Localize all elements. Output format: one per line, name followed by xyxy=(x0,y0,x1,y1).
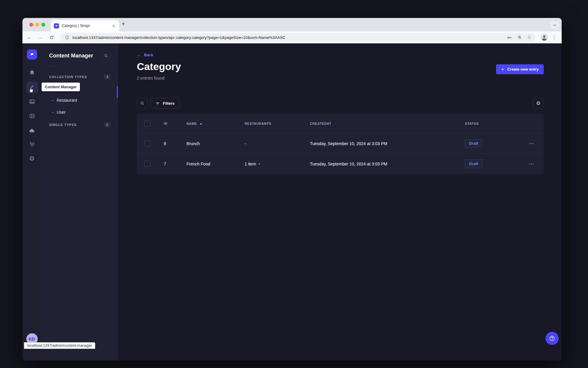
cell-restaurants[interactable]: 1 item ▾ xyxy=(245,162,310,166)
search-icon xyxy=(140,101,145,106)
subnav-divider xyxy=(49,66,56,66)
tab-search-button[interactable] xyxy=(551,21,559,29)
row-checkbox[interactable] xyxy=(144,161,151,167)
window-close-button[interactable] xyxy=(29,23,33,27)
cell-name: French Food xyxy=(187,162,245,166)
create-new-entry-label: Create new entry xyxy=(507,67,539,72)
sidebar-item-restaurant[interactable]: • Restaurant xyxy=(49,94,110,106)
cell-id: 7 xyxy=(164,162,187,166)
column-header-name[interactable]: NAME ▲ xyxy=(187,122,245,125)
browser-tab[interactable]: Category | Strapi × xyxy=(51,20,119,31)
back-label: Back xyxy=(144,53,153,57)
status-bar-url: localhost:1337/admin/content-manager xyxy=(24,342,95,349)
subnav-search-button[interactable] xyxy=(101,51,110,60)
create-new-entry-button[interactable]: + Create new entry xyxy=(496,64,544,74)
cell-id: 8 xyxy=(164,141,187,146)
new-tab-button[interactable]: + xyxy=(122,21,125,28)
sidebar-item-user[interactable]: • User xyxy=(49,106,110,118)
search-button[interactable] xyxy=(137,98,148,109)
chevron-down-icon xyxy=(553,23,557,27)
gear-icon: ⚙ xyxy=(536,100,540,107)
column-header-createdat: CREATEDAT xyxy=(310,122,465,125)
mouse-cursor xyxy=(27,86,35,95)
column-header-name-label: NAME xyxy=(187,122,197,125)
url-text: localhost:1337/admin/content-manager/col… xyxy=(72,35,502,40)
window-minimize-button[interactable] xyxy=(35,23,39,27)
bullet-icon: • xyxy=(52,110,53,115)
caret-down-icon: ▾ xyxy=(258,162,260,165)
password-key-icon[interactable] xyxy=(507,35,512,40)
browser-window: Category | Strapi × + ← → localhost:1337… xyxy=(22,18,562,361)
tab-strip: Category | Strapi × + xyxy=(22,18,562,31)
zoom-icon[interactable] xyxy=(517,35,522,40)
home-icon[interactable] xyxy=(29,69,35,75)
browser-forward-icon[interactable]: → xyxy=(36,31,45,43)
search-icon xyxy=(104,54,108,58)
settings-gear-icon[interactable]: ⚙ xyxy=(29,155,35,162)
page-title: Category xyxy=(137,61,181,72)
cloud-icon[interactable] xyxy=(28,127,35,134)
collection-types-label: COLLECTION TYPES xyxy=(49,75,87,79)
list-controls: Filters ⚙ xyxy=(137,98,544,109)
collection-types-count-badge: 3 xyxy=(104,74,110,79)
sidebar-item-label: Restaurant xyxy=(57,98,77,103)
sidebar-item-label: User xyxy=(57,110,66,115)
cell-restaurants: - xyxy=(245,141,310,146)
help-button[interactable] xyxy=(545,332,559,345)
content-manager-tooltip: Content Manager xyxy=(42,83,80,91)
tab-title: Category | Strapi xyxy=(62,24,111,28)
cell-createdat: Tuesday, September 10, 2024 at 3:03 PM xyxy=(310,141,465,146)
back-link[interactable]: ← Back xyxy=(137,52,153,57)
sort-asc-icon: ▲ xyxy=(200,122,203,125)
main-content: ← Back Category 2 entries found + Create… xyxy=(118,43,562,361)
single-types-count-badge: 0 xyxy=(104,122,110,127)
relation-count-label: 1 item xyxy=(245,162,256,166)
window-zoom-button[interactable] xyxy=(41,23,45,27)
cell-createdat: Tuesday, September 10, 2024 at 3:03 PM xyxy=(310,162,465,166)
entries-count: 2 entries found xyxy=(137,76,165,80)
browser-profile-avatar[interactable] xyxy=(540,34,548,41)
row-actions-button[interactable]: ⋯ xyxy=(529,161,535,167)
row-actions-button[interactable]: ⋯ xyxy=(529,141,535,146)
rail-divider xyxy=(26,63,37,64)
single-types-label: SINGLE TYPES xyxy=(49,123,77,127)
address-bar[interactable]: localhost:1337/admin/content-manager/col… xyxy=(61,33,535,42)
column-header-restaurants: RESTAURANTS xyxy=(245,122,310,125)
site-info-icon[interactable] xyxy=(65,35,69,40)
content-type-builder-icon[interactable] xyxy=(29,113,35,119)
browser-toolbar: ← → localhost:1337/admin/content-manager… xyxy=(22,31,562,43)
marketplace-cart-icon[interactable] xyxy=(29,141,35,147)
bullet-icon: • xyxy=(52,98,53,103)
question-mark-icon xyxy=(549,335,555,342)
filters-button[interactable]: Filters xyxy=(150,98,180,109)
subnav-title: Content Manager xyxy=(49,53,93,59)
status-badge: Draft xyxy=(465,139,520,148)
column-header-id[interactable]: ID xyxy=(164,122,187,125)
filters-label: Filters xyxy=(163,101,175,106)
reload-icon[interactable] xyxy=(47,31,56,43)
table-row[interactable]: 7 French Food 1 item ▾ Tuesday, Septembe… xyxy=(137,153,544,174)
back-arrow-icon: ← xyxy=(137,52,141,57)
strapi-logo[interactable] xyxy=(27,49,37,60)
row-checkbox[interactable] xyxy=(144,140,151,147)
media-library-icon[interactable] xyxy=(29,98,35,105)
browser-back-icon[interactable]: ← xyxy=(25,31,34,43)
browser-menu-icon[interactable]: ⋮ xyxy=(551,31,558,43)
entries-table: ID NAME ▲ RESTAURANTS CREATEDAT STATUS 8… xyxy=(137,114,544,174)
filter-icon xyxy=(155,101,160,106)
strapi-favicon-icon xyxy=(54,23,59,28)
table-header-row: ID NAME ▲ RESTAURANTS CREATEDAT STATUS xyxy=(137,114,544,133)
cell-name: Brunch xyxy=(187,141,245,146)
column-header-status: STATUS xyxy=(465,122,520,125)
status-badge: Draft xyxy=(465,159,520,168)
select-all-checkbox[interactable] xyxy=(144,121,151,127)
plus-icon: + xyxy=(501,67,504,72)
tab-close-icon[interactable]: × xyxy=(111,23,116,29)
active-item-indicator xyxy=(117,86,118,98)
table-row[interactable]: 8 Brunch - Tuesday, September 10, 2024 a… xyxy=(137,133,544,153)
strapi-app: ⚙ KD Content Manager COLLECTION TYPES 3 … xyxy=(22,43,562,361)
view-settings-button[interactable]: ⚙ xyxy=(533,98,544,109)
bookmark-star-icon[interactable]: ☆ xyxy=(527,35,531,40)
